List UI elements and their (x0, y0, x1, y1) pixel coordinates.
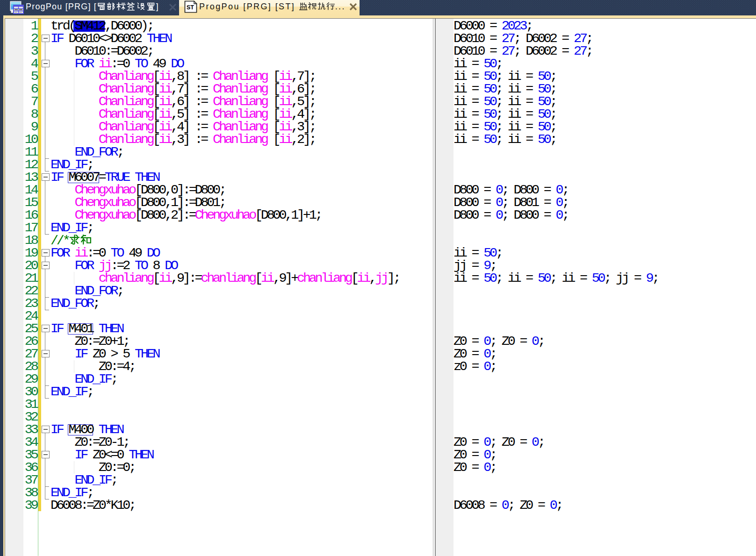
svg-text:ST: ST (187, 4, 194, 11)
